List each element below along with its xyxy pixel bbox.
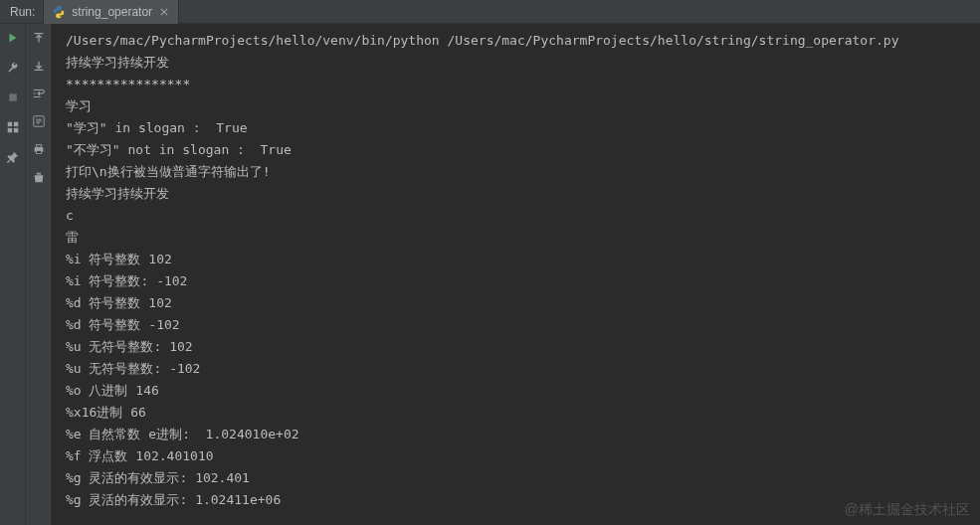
scroll-to-end-icon[interactable]	[31, 113, 47, 129]
run-actions-gutter	[0, 24, 26, 525]
run-tab-label: string_operator	[72, 5, 152, 19]
svg-rect-2	[13, 122, 17, 126]
print-icon[interactable]	[31, 141, 47, 157]
svg-rect-8	[36, 151, 41, 154]
console-tools-gutter	[26, 24, 52, 525]
scroll-up-icon[interactable]	[31, 30, 47, 46]
rerun-icon[interactable]	[5, 30, 21, 46]
layout-icon[interactable]	[5, 119, 21, 135]
svg-rect-0	[9, 93, 17, 101]
soft-wrap-icon[interactable]	[31, 86, 47, 101]
svg-rect-4	[13, 128, 17, 132]
stop-icon[interactable]	[5, 89, 21, 105]
scroll-down-icon[interactable]	[31, 58, 47, 74]
wrench-icon[interactable]	[5, 60, 21, 76]
svg-rect-3	[7, 128, 11, 132]
console-output[interactable]: /Users/mac/PycharmProjects/hello/venv/bi…	[52, 24, 980, 525]
run-toolwindow-header: Run: string_operator	[0, 0, 980, 24]
svg-rect-7	[36, 145, 41, 148]
clear-icon[interactable]	[31, 169, 47, 185]
close-tab-icon[interactable]	[158, 6, 170, 18]
watermark-text: @稀土掘金技术社区	[845, 501, 970, 519]
run-tab-string-operator[interactable]: string_operator	[43, 0, 179, 24]
pin-icon[interactable]	[5, 149, 21, 165]
run-label: Run:	[0, 5, 43, 19]
svg-rect-1	[7, 122, 11, 126]
python-file-icon	[52, 5, 66, 19]
